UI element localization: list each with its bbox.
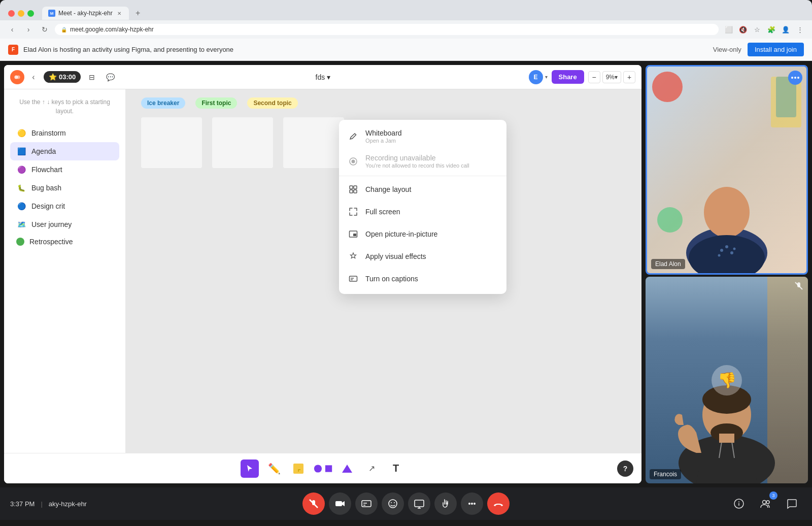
pencil-tool[interactable]: ✏️ bbox=[264, 458, 284, 479]
info-button[interactable] bbox=[729, 494, 749, 514]
extensions-icon[interactable]: 🧩 bbox=[765, 23, 777, 36]
zoom-out-button[interactable]: − bbox=[588, 71, 600, 83]
menu-whiteboard[interactable]: Whiteboard Open a Jam bbox=[339, 124, 506, 149]
svg-point-53 bbox=[738, 502, 739, 503]
svg-point-50 bbox=[473, 503, 476, 505]
userjourney-icon: 🗺️ bbox=[16, 219, 26, 229]
svg-rect-10 bbox=[350, 276, 357, 281]
comment-button[interactable]: 💬 bbox=[103, 70, 117, 84]
time-info: 3:37 PM | aky-hzpk-ehr bbox=[10, 500, 112, 508]
triangle-tool[interactable] bbox=[337, 458, 357, 479]
url-text: meet.google.com/aky-hzpk-ehr bbox=[70, 26, 154, 33]
layout-flowchart[interactable]: 🟣 Flowchart bbox=[10, 160, 119, 179]
svg-rect-7 bbox=[354, 190, 357, 193]
canvas-frame-2 bbox=[212, 117, 273, 168]
file-name-text: fds bbox=[316, 73, 325, 81]
topic-second: Second topic bbox=[247, 97, 297, 109]
menu-pip[interactable]: Open picture-in-picture bbox=[339, 223, 506, 245]
mute-button[interactable] bbox=[302, 492, 325, 515]
screen-cast-icon[interactable]: ⬜ bbox=[723, 23, 735, 36]
install-join-button[interactable]: Install and join bbox=[748, 43, 804, 56]
zoom-in-button[interactable]: + bbox=[623, 71, 635, 83]
raise-hand-button[interactable] bbox=[434, 492, 457, 515]
nav-bar: ‹ › ↻ 🔒 meet.google.com/aky-hzpk-ehr ⬜ 🔇… bbox=[0, 20, 812, 39]
chat-button[interactable] bbox=[782, 494, 802, 514]
more-options-button[interactable] bbox=[461, 492, 483, 515]
svg-point-22 bbox=[725, 245, 728, 248]
layout-designcrit[interactable]: 🔵 Design crit bbox=[10, 197, 119, 215]
pages-button[interactable]: ⊟ bbox=[85, 70, 99, 84]
more-options-icon[interactable]: ⋮ bbox=[794, 23, 806, 36]
svg-point-42 bbox=[389, 500, 397, 508]
figma-canvas: Use the ↑ ↓ keys to pick a starting layo… bbox=[4, 89, 641, 453]
camera-button[interactable] bbox=[329, 492, 351, 515]
maximize-window-button[interactable] bbox=[27, 10, 34, 17]
view-only-button[interactable]: View-only bbox=[713, 46, 741, 53]
agenda-icon: 🟦 bbox=[16, 146, 26, 156]
figma-back-button[interactable]: ‹ bbox=[27, 71, 40, 83]
active-tab[interactable]: M Meet - aky-hzpk-ehr ✕ bbox=[42, 7, 129, 20]
captions-button[interactable] bbox=[355, 492, 378, 515]
cursor-tool[interactable] bbox=[240, 458, 260, 479]
svg-rect-39 bbox=[362, 501, 371, 507]
visual-effects-icon bbox=[347, 250, 359, 262]
figma-toolbar: ‹ ⭐ 03:00 ⊟ 💬 fds ▾ E ▾ Share bbox=[4, 65, 641, 89]
captions-icon bbox=[347, 273, 359, 285]
reactions-button[interactable] bbox=[382, 492, 404, 515]
time-divider: | bbox=[41, 500, 42, 508]
video-feed-francois: 👎 Francois bbox=[646, 277, 808, 483]
figma-main-canvas[interactable]: Ice breaker First topic Second topic bbox=[126, 89, 641, 453]
layout-agenda[interactable]: 🟦 Agenda bbox=[10, 142, 119, 160]
tab-close-button[interactable]: ✕ bbox=[116, 10, 123, 17]
flowchart-icon: 🟣 bbox=[16, 165, 26, 175]
designcrit-label: Design crit bbox=[31, 202, 65, 210]
whiteboard-icon bbox=[347, 130, 359, 143]
participants-button[interactable]: 3 bbox=[755, 494, 775, 514]
reaction-overlay: 👎 bbox=[712, 365, 742, 396]
bookmark-icon[interactable]: ☆ bbox=[751, 23, 763, 36]
figma-left-panel: Use the ↑ ↓ keys to pick a starting layo… bbox=[4, 89, 126, 453]
profile-icon[interactable]: 👤 bbox=[780, 23, 792, 36]
layout-retro[interactable]: Retrospective bbox=[10, 234, 119, 250]
arrow-tool[interactable]: ↗ bbox=[361, 458, 382, 479]
figma-menu-button[interactable] bbox=[10, 70, 24, 84]
close-window-button[interactable] bbox=[8, 10, 15, 17]
chevron-down-icon: ▾ bbox=[327, 73, 330, 81]
layout-userjourney[interactable]: 🗺️ User journey bbox=[10, 215, 119, 234]
present-button[interactable] bbox=[408, 492, 430, 515]
layout-brainstorm[interactable]: 🟡 Brainstorm bbox=[10, 124, 119, 142]
menu-visual-effects[interactable]: Apply visual effects bbox=[339, 245, 506, 268]
minimize-window-button[interactable] bbox=[18, 10, 24, 17]
user-avatar-button[interactable]: E bbox=[529, 70, 543, 84]
new-tab-button[interactable]: + bbox=[131, 6, 145, 20]
video-panel: Elad Alon bbox=[646, 65, 808, 483]
share-button[interactable]: Share bbox=[552, 70, 584, 84]
menu-change-layout[interactable]: Change layout bbox=[339, 178, 506, 201]
brainstorm-icon: 🟡 bbox=[16, 128, 26, 138]
svg-rect-4 bbox=[350, 186, 353, 189]
menu-recording-sub: You're not allowed to record this video … bbox=[365, 162, 469, 169]
layout-bugbash[interactable]: 🐛 Bug bash bbox=[10, 179, 119, 197]
zoom-level-display[interactable]: 9% ▾ bbox=[602, 71, 621, 83]
sticky-note-tool[interactable] bbox=[288, 458, 309, 479]
help-button[interactable]: ? bbox=[617, 461, 633, 477]
text-tool[interactable]: T bbox=[386, 458, 406, 479]
forward-button[interactable]: › bbox=[22, 23, 35, 36]
file-name-button[interactable]: fds ▾ bbox=[316, 73, 331, 81]
menu-whiteboard-label: Whiteboard bbox=[365, 129, 402, 137]
svg-point-3 bbox=[352, 159, 355, 163]
ssl-lock-icon: 🔒 bbox=[61, 27, 67, 32]
shape-tool[interactable] bbox=[313, 458, 333, 479]
address-bar[interactable]: 🔒 meet.google.com/aky-hzpk-ehr bbox=[55, 24, 719, 35]
fullscreen-icon bbox=[347, 206, 359, 218]
menu-captions[interactable]: Turn on captions bbox=[339, 268, 506, 290]
figma-toolbar-center: fds ▾ bbox=[121, 73, 524, 81]
end-call-button[interactable] bbox=[487, 492, 510, 515]
mute-tab-icon[interactable]: 🔇 bbox=[737, 23, 749, 36]
back-button[interactable]: ‹ bbox=[6, 23, 18, 36]
refresh-button[interactable]: ↻ bbox=[39, 23, 51, 36]
figma-notification-icon: F bbox=[8, 45, 18, 55]
svg-rect-38 bbox=[335, 501, 342, 506]
menu-fullscreen[interactable]: Full screen bbox=[339, 201, 506, 223]
video-more-button-elad[interactable] bbox=[788, 71, 802, 85]
